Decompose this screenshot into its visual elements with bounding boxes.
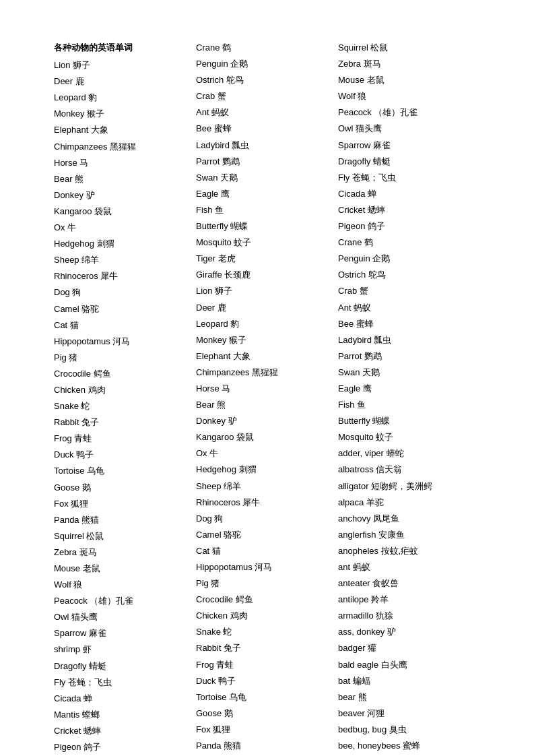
chinese-word: 食蚁兽	[370, 578, 399, 588]
chinese-word: 袋鼠	[234, 432, 254, 442]
english-word: Deer	[196, 303, 215, 313]
chinese-word: 猪	[67, 352, 78, 363]
english-word: Mosquito	[196, 237, 232, 247]
chinese-word: 蝴蝶	[228, 221, 248, 231]
english-word: Crocodile	[196, 594, 233, 604]
chinese-word: 狮子	[213, 286, 233, 296]
chinese-word: （雄）孔雀	[372, 107, 418, 117]
english-word: Rabbit	[54, 417, 79, 427]
list-item: Chicken 鸡肉	[196, 608, 338, 623]
list-item: Crab 蟹	[196, 89, 338, 104]
chinese-word: 老鼠	[80, 563, 100, 573]
list-item: Crab 蟹	[338, 284, 480, 298]
list-item: Sheep 绵羊	[196, 479, 338, 494]
chinese-word: 蛇	[79, 401, 90, 411]
english-word: Snake	[54, 401, 79, 411]
english-word: Horse	[54, 158, 77, 168]
chinese-word: 马	[220, 383, 231, 393]
english-word: Bee	[338, 319, 354, 329]
chinese-word: 河狸	[365, 708, 385, 718]
english-word: Monkey	[196, 335, 227, 345]
chinese-word: 蝉	[81, 693, 92, 703]
english-word: Horse	[196, 383, 220, 393]
english-word: Hedgehog	[54, 239, 94, 249]
english-word: Cat	[196, 546, 209, 556]
english-word: Crab	[196, 91, 215, 101]
english-word: Camel	[196, 530, 222, 540]
chinese-word: 猴子	[227, 335, 247, 345]
list-item: Giraffe 长颈鹿	[196, 267, 338, 282]
chinese-word: 刺猬	[94, 239, 114, 249]
list-item: Mouse 老鼠	[338, 73, 480, 88]
english-word: Giraffe	[196, 270, 222, 280]
list-item: Pigeon 鸽子	[338, 219, 480, 234]
main-content: 各种动物的英语单词Lion 狮子Deer 鹿Leopard 豹Monkey 猴子…	[54, 40, 480, 755]
english-word: Dog	[196, 513, 212, 524]
list-item: Crane 鹤	[338, 235, 480, 250]
english-word: Mouse	[54, 563, 80, 573]
chinese-word: 鸽子	[365, 221, 385, 231]
chinese-word: 麻雀	[86, 628, 106, 638]
chinese-word: 企鹅	[370, 253, 391, 263]
list-item: Hippopotamus 河马	[54, 334, 196, 349]
chinese-word: 绵羊	[79, 255, 100, 265]
chinese-word: 长颈鹿	[222, 270, 251, 280]
list-item: Crocodile 鳄鱼	[54, 367, 196, 381]
list-item: Lion 狮子	[196, 284, 338, 298]
english-word: anopheles	[338, 546, 378, 556]
chinese-word: 麻雀	[370, 140, 391, 150]
english-word: Zebra	[54, 547, 77, 557]
chinese-word: 蜜蜂	[211, 123, 232, 133]
list-item: Pig 猪	[54, 350, 196, 365]
list-item: albatross 信天翁	[338, 462, 480, 477]
chinese-word: 河马	[253, 562, 273, 572]
chinese-word: 信天翁	[374, 464, 403, 474]
chinese-word: 狗	[70, 287, 81, 297]
english-word: Squirrel	[54, 531, 84, 541]
chinese-word: 蝉	[365, 189, 376, 199]
english-word: Cricket	[338, 205, 365, 215]
english-word: Rhinoceros	[54, 271, 98, 281]
english-word: Pigeon	[54, 742, 81, 752]
english-word: Crocodile	[54, 369, 91, 379]
list-item: Lion 狮子	[54, 58, 196, 73]
english-word: Cat	[54, 320, 67, 330]
chinese-word: 鸵鸟	[366, 270, 386, 280]
list-item: Chimpanzees 黑猩猩	[54, 139, 196, 154]
list-item: Butterfly 蝴蝶	[338, 414, 480, 429]
list-item: Cricket 蟋蟀	[338, 203, 480, 218]
list-item: Ox 牛	[196, 446, 338, 461]
list-item: Fish 鱼	[338, 398, 480, 412]
english-word: Ladybird	[196, 140, 230, 150]
list-item: anopheles 按蚊,疟蚊	[338, 544, 480, 559]
list-item: Ladybird 瓢虫	[338, 333, 480, 348]
list-item: Ladybird 瓢虫	[196, 138, 338, 153]
list-item: Owl 猫头鹰	[54, 610, 196, 625]
list-item: Penguin 企鹅	[196, 57, 338, 71]
english-word: anteater	[338, 578, 370, 588]
english-word: Kangaroo	[196, 432, 234, 442]
list-item: Duck 鸭子	[54, 447, 196, 462]
chinese-word: 熊	[356, 692, 367, 702]
list-item: Parrot 鹦鹉	[338, 349, 480, 364]
chinese-word: 鱼	[355, 400, 366, 410]
chinese-word: 驴	[84, 190, 95, 200]
chinese-word: 蚂蚁	[350, 562, 370, 572]
english-word: Lion	[196, 286, 213, 296]
chinese-word: 青蛙	[72, 433, 92, 443]
chinese-word: 苍蝇；飞虫	[65, 677, 112, 687]
list-item: Bee 蜜蜂	[196, 121, 338, 136]
list-item: Monkey 猴子	[54, 106, 196, 121]
english-word: Fly	[54, 677, 65, 687]
english-word: badger	[338, 643, 365, 653]
english-word: Fish	[338, 400, 355, 410]
list-item: Peacock （雄）孔雀	[54, 594, 196, 608]
list-item: Zebra 斑马	[338, 57, 480, 71]
list-item: bedbug, bug 臭虫	[338, 722, 480, 737]
english-word: Ant	[338, 303, 352, 313]
chinese-word: 鳄鱼	[91, 369, 111, 379]
english-word: Crab	[338, 286, 357, 296]
english-word: Kangaroo	[54, 206, 92, 216]
list-item: Frog 青蛙	[196, 658, 338, 672]
list-item: Fly 苍蝇；飞虫	[338, 170, 480, 185]
